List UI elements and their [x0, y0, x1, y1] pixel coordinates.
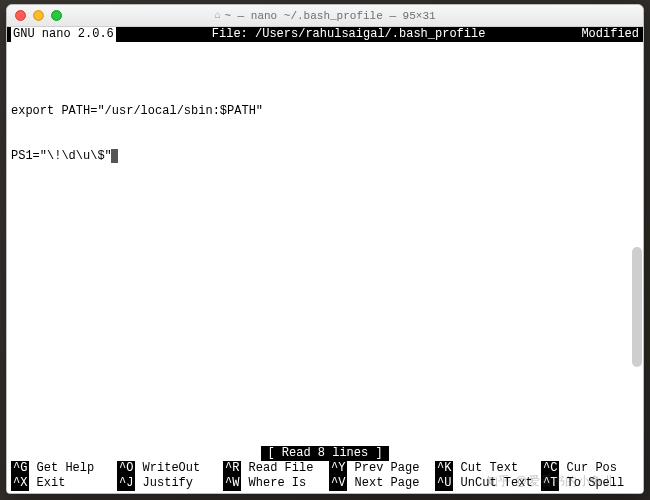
minimize-icon[interactable]	[33, 10, 44, 21]
shortcut-cur-pos[interactable]: ^C Cur Pos	[541, 461, 639, 476]
shortcut-cut-text[interactable]: ^K Cut Text	[435, 461, 533, 476]
shortcut-uncut-text[interactable]: ^U UnCut Text	[435, 476, 533, 491]
editor-line[interactable]: export PATH="/usr/local/sbin:$PATH"	[11, 104, 639, 119]
editor-line[interactable]: PS1="\!\d\u\$"	[11, 149, 639, 164]
close-icon[interactable]	[15, 10, 26, 21]
nano-header: GNU nano 2.0.6 File: /Users/rahulsaigal/…	[7, 27, 643, 42]
shortcut-justify[interactable]: ^J Justify	[117, 476, 215, 491]
shortcut-next-page[interactable]: ^V Next Page	[329, 476, 427, 491]
window-title-text: ~ — nano ~/.bash_profile — 95×31	[224, 10, 435, 22]
shortcut-where-is[interactable]: ^W Where Is	[223, 476, 321, 491]
nano-modified: Modified	[581, 27, 639, 42]
editor-body[interactable]: export PATH="/usr/local/sbin:$PATH" PS1=…	[7, 42, 643, 446]
window-title: ⌂ ~ — nano ~/.bash_profile — 95×31	[7, 10, 643, 22]
terminal-window: ⌂ ~ — nano ~/.bash_profile — 95×31 GNU n…	[6, 4, 644, 494]
shortcut-exit[interactable]: ^X Exit	[11, 476, 109, 491]
nano-shortcut-bar: ^G Get Help ^O WriteOut ^R Read File ^Y …	[7, 461, 643, 493]
nano-status-line: [ Read 8 lines ]	[7, 446, 643, 461]
shortcut-read-file[interactable]: ^R Read File	[223, 461, 321, 476]
home-icon: ⌂	[214, 10, 220, 21]
shortcut-row-1: ^G Get Help ^O WriteOut ^R Read File ^Y …	[11, 461, 639, 476]
scrollbar-thumb[interactable]	[632, 247, 642, 367]
mac-titlebar: ⌂ ~ — nano ~/.bash_profile — 95×31	[7, 5, 643, 27]
nano-title: GNU nano 2.0.6	[11, 27, 116, 42]
terminal-viewport[interactable]: GNU nano 2.0.6 File: /Users/rahulsaigal/…	[7, 27, 643, 493]
cursor-icon	[111, 149, 118, 163]
zoom-icon[interactable]	[51, 10, 62, 21]
shortcut-to-spell[interactable]: ^T To Spell	[541, 476, 639, 491]
nano-file-label: File: /Users/rahulsaigal/.bash_profile	[116, 27, 582, 42]
shortcut-row-2: ^X Exit ^J Justify ^W Where Is ^V Next P…	[11, 476, 639, 491]
shortcut-get-help[interactable]: ^G Get Help	[11, 461, 109, 476]
shortcut-writeout[interactable]: ^O WriteOut	[117, 461, 215, 476]
nano-status-text: [ Read 8 lines ]	[261, 446, 388, 461]
traffic-lights	[15, 10, 62, 21]
shortcut-prev-page[interactable]: ^Y Prev Page	[329, 461, 427, 476]
